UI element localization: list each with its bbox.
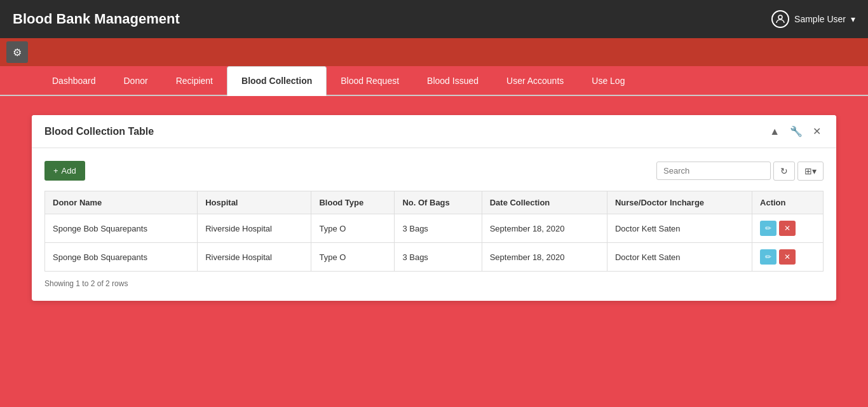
- col-no.-of-bags: No. Of Bags: [395, 191, 482, 214]
- action-cell: ✏ ✕: [752, 243, 824, 272]
- settings-bar: ⚙: [0, 38, 868, 66]
- col-hospital: Hospital: [198, 191, 311, 214]
- nav-tab-blood-issued[interactable]: Blood Issued: [413, 67, 492, 95]
- delete-button[interactable]: ✕: [779, 221, 796, 236]
- columns-button[interactable]: ⊞▾: [797, 162, 824, 181]
- cell-1: Riverside Hospital: [198, 214, 311, 243]
- blood-collection-card: Blood Collection Table ▲ 🔧 ✕ + Add ↻ ⊞▾: [32, 115, 836, 301]
- chevron-down-icon: ▾: [851, 14, 855, 24]
- blood-collection-table: Donor NameHospitalBlood TypeNo. Of BagsD…: [44, 191, 824, 272]
- search-input[interactable]: [656, 162, 771, 180]
- add-label: Add: [62, 166, 76, 176]
- card-header-actions: ▲ 🔧 ✕: [767, 124, 824, 139]
- nav-tab-blood-collection[interactable]: Blood Collection: [227, 66, 327, 96]
- cell-3: 3 Bags: [395, 214, 482, 243]
- main-nav: DashboardDonorRecipientBlood CollectionB…: [0, 66, 868, 96]
- content-area: Blood Collection Table ▲ 🔧 ✕ + Add ↻ ⊞▾: [0, 96, 868, 320]
- user-icon: [771, 10, 789, 28]
- app-title: Blood Bank Management: [13, 11, 180, 27]
- table-toolbar: + Add ↻ ⊞▾: [44, 161, 824, 181]
- user-section[interactable]: Sample User ▾: [771, 10, 855, 28]
- cell-3: 3 Bags: [395, 243, 482, 272]
- table-row: Sponge Bob SquarepantsRiverside Hospital…: [45, 214, 824, 243]
- edit-button[interactable]: ✏: [760, 249, 776, 265]
- svg-point-0: [778, 15, 782, 19]
- col-date-collection: Date Collection: [482, 191, 607, 214]
- settings-card-button[interactable]: 🔧: [787, 124, 805, 139]
- action-btns: ✏ ✕: [760, 221, 815, 236]
- cell-1: Riverside Hospital: [198, 243, 311, 272]
- action-btns: ✏ ✕: [760, 249, 815, 265]
- cell-5: Doctor Kett Saten: [607, 243, 752, 272]
- cell-0: Sponge Bob Squarepants: [45, 214, 198, 243]
- cell-2: Type O: [311, 214, 395, 243]
- nav-tab-donor[interactable]: Donor: [110, 67, 162, 95]
- refresh-button[interactable]: ↻: [773, 162, 795, 181]
- cell-4: September 18, 2020: [482, 243, 607, 272]
- edit-button[interactable]: ✏: [760, 221, 776, 236]
- card-title: Blood Collection Table: [44, 126, 154, 137]
- col-action: Action: [752, 191, 824, 214]
- settings-button[interactable]: ⚙: [6, 41, 28, 63]
- cell-0: Sponge Bob Squarepants: [45, 243, 198, 272]
- cell-4: September 18, 2020: [482, 214, 607, 243]
- search-section: ↻ ⊞▾: [656, 162, 824, 181]
- col-nurse/doctor-incharge: Nurse/Doctor Incharge: [607, 191, 752, 214]
- col-blood-type: Blood Type: [311, 191, 395, 214]
- col-donor-name: Donor Name: [45, 191, 198, 214]
- collapse-button[interactable]: ▲: [767, 125, 782, 139]
- card-body: + Add ↻ ⊞▾ Donor NameHospitalBlood TypeN…: [32, 148, 836, 301]
- table-row: Sponge Bob SquarepantsRiverside Hospital…: [45, 243, 824, 272]
- user-name: Sample User: [794, 14, 846, 24]
- cell-2: Type O: [311, 243, 395, 272]
- top-navbar: Blood Bank Management Sample User ▾: [0, 0, 868, 38]
- nav-tab-use-log[interactable]: Use Log: [578, 67, 639, 95]
- add-icon: +: [53, 166, 58, 176]
- nav-tab-blood-request[interactable]: Blood Request: [327, 67, 413, 95]
- delete-button[interactable]: ✕: [779, 249, 796, 265]
- action-cell: ✏ ✕: [752, 214, 824, 243]
- table-footer: Showing 1 to 2 of 2 rows: [44, 279, 824, 288]
- nav-tab-recipient[interactable]: Recipient: [162, 67, 227, 95]
- nav-tab-user-accounts[interactable]: User Accounts: [492, 67, 578, 95]
- card-header: Blood Collection Table ▲ 🔧 ✕: [32, 115, 836, 148]
- nav-tab-dashboard[interactable]: Dashboard: [38, 67, 110, 95]
- add-button[interactable]: + Add: [44, 161, 85, 181]
- close-card-button[interactable]: ✕: [810, 124, 824, 139]
- cell-5: Doctor Kett Saten: [607, 214, 752, 243]
